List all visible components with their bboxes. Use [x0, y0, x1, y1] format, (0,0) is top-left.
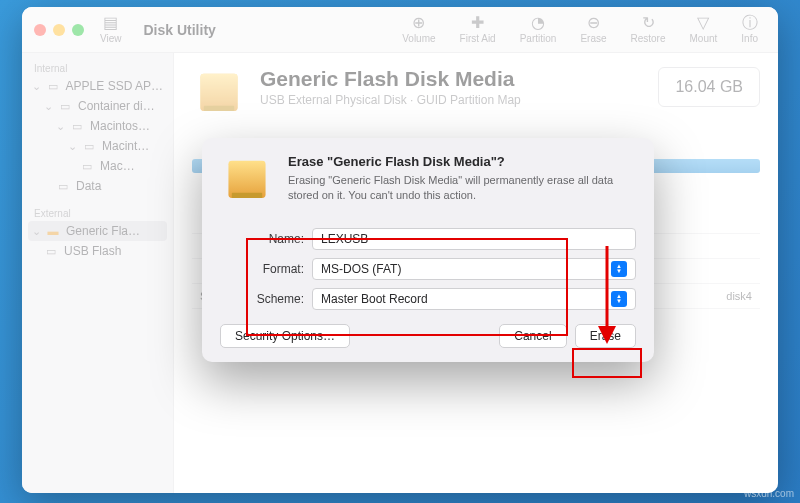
sidebar-item-container[interactable]: ⌄▭Container di…	[22, 96, 173, 116]
name-label: Name:	[250, 232, 312, 246]
minimize-window-button[interactable]	[53, 24, 65, 36]
chevron-updown-icon: ▲▼	[611, 261, 627, 277]
container-icon: ▭	[58, 100, 72, 113]
watermark: wsxdn.com	[744, 488, 794, 499]
chevron-updown-icon: ▲▼	[611, 291, 627, 307]
toolbar: ▤ View Disk Utility ⊕ Volume ✚ First Aid…	[22, 7, 778, 53]
erase-icon: ⊖	[587, 15, 600, 31]
svg-rect-2	[204, 106, 234, 111]
volume-icon: ▭	[44, 245, 58, 258]
zoom-window-button[interactable]	[72, 24, 84, 36]
volume-button[interactable]: ⊕ Volume	[394, 15, 443, 44]
first-aid-button[interactable]: ✚ First Aid	[452, 15, 504, 44]
sidebar-heading-internal: Internal	[22, 59, 173, 76]
dialog-title: Erase "Generic Flash Disk Media"?	[288, 154, 636, 169]
sidebar-item-apple-ssd[interactable]: ⌄▭APPLE SSD AP…	[22, 76, 173, 96]
restore-button[interactable]: ↻ Restore	[623, 15, 674, 44]
disk-title: Generic Flash Disk Media	[260, 67, 521, 91]
name-input[interactable]	[312, 228, 636, 250]
sidebar-icon: ▤	[103, 15, 118, 31]
dialog-description: Erasing "Generic Flash Disk Media" will …	[288, 173, 636, 203]
scheme-select[interactable]: Master Boot Record ▲▼	[312, 288, 636, 310]
window-controls	[34, 24, 84, 36]
mount-icon: ▽	[697, 15, 709, 31]
view-label: View	[100, 33, 122, 44]
scheme-label: Scheme:	[250, 292, 312, 306]
format-value: MS-DOS (FAT)	[321, 262, 401, 276]
hdd-icon: ▭	[46, 80, 60, 93]
erase-dialog: Erase "Generic Flash Disk Media"? Erasin…	[202, 138, 654, 362]
firstaid-icon: ✚	[471, 15, 484, 31]
view-button[interactable]: ▤ View	[92, 15, 130, 44]
external-disk-large-icon	[192, 67, 246, 121]
sidebar-item-usb-flash[interactable]: ▭USB Flash	[22, 241, 173, 261]
external-disk-icon: ▬	[46, 225, 60, 237]
erase-button[interactable]: Erase	[575, 324, 636, 348]
info-button[interactable]: ⓘ Info	[733, 15, 766, 44]
sidebar: Internal ⌄▭APPLE SSD AP… ⌄▭Container di……	[22, 53, 174, 493]
sidebar-item-data[interactable]: ▭Data	[22, 176, 173, 196]
svg-rect-3	[228, 161, 265, 198]
sidebar-item-macintos[interactable]: ⌄▭Macintos…	[22, 116, 173, 136]
sidebar-item-mac[interactable]: ▭Mac…	[22, 156, 173, 176]
sidebar-item-generic-flash[interactable]: ⌄▬Generic Fla…	[28, 221, 167, 241]
scheme-value: Master Boot Record	[321, 292, 428, 306]
svg-rect-1	[200, 74, 237, 111]
format-label: Format:	[250, 262, 312, 276]
format-select[interactable]: MS-DOS (FAT) ▲▼	[312, 258, 636, 280]
security-options-button[interactable]: Security Options…	[220, 324, 350, 348]
sidebar-item-macint[interactable]: ⌄▭Macint…	[22, 136, 173, 156]
info-icon: ⓘ	[742, 15, 758, 31]
close-window-button[interactable]	[34, 24, 46, 36]
volume-icon: ▭	[82, 140, 96, 153]
app-title: Disk Utility	[144, 22, 216, 38]
partition-button[interactable]: ◔ Partition	[512, 15, 565, 44]
svg-rect-4	[232, 193, 262, 198]
volume-icon: ⊕	[412, 15, 425, 31]
mount-button[interactable]: ▽ Mount	[682, 15, 726, 44]
disk-subtitle: USB External Physical Disk · GUID Partit…	[260, 93, 521, 107]
partition-icon: ◔	[531, 15, 545, 31]
cancel-button[interactable]: Cancel	[499, 324, 566, 348]
external-disk-dialog-icon	[220, 154, 274, 208]
volume-icon: ▭	[56, 180, 70, 193]
sidebar-heading-external: External	[22, 204, 173, 221]
volume-icon: ▭	[70, 120, 84, 133]
erase-form: Name: Format: MS-DOS (FAT) ▲▼ Scheme: Ma…	[250, 224, 636, 314]
erase-toolbar-button[interactable]: ⊖ Erase	[572, 15, 614, 44]
volume-icon: ▭	[80, 160, 94, 173]
restore-icon: ↻	[642, 15, 655, 31]
capacity-box: 16.04 GB	[658, 67, 760, 107]
